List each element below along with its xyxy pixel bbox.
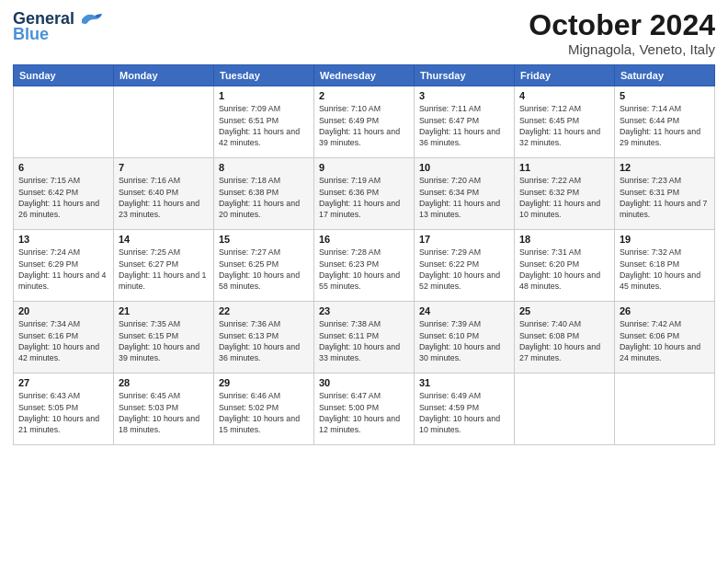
day-detail: Sunrise: 6:43 AM Sunset: 5:05 PM Dayligh… bbox=[18, 390, 108, 435]
col-monday: Monday bbox=[114, 65, 214, 86]
day-detail: Sunrise: 7:12 AM Sunset: 6:45 PM Dayligh… bbox=[519, 103, 609, 148]
day-number: 14 bbox=[119, 234, 209, 245]
day-number: 18 bbox=[519, 234, 609, 245]
day-number: 22 bbox=[219, 305, 309, 316]
day-detail: Sunrise: 7:14 AM Sunset: 6:44 PM Dayligh… bbox=[620, 103, 710, 148]
col-tuesday: Tuesday bbox=[214, 65, 314, 86]
day-cell: 24Sunrise: 7:39 AM Sunset: 6:10 PM Dayli… bbox=[415, 302, 515, 373]
week-row-1: 6Sunrise: 7:15 AM Sunset: 6:42 PM Daylig… bbox=[14, 158, 715, 230]
day-number: 26 bbox=[620, 305, 710, 316]
day-detail: Sunrise: 7:36 AM Sunset: 6:13 PM Dayligh… bbox=[219, 318, 309, 363]
days-of-week-row: Sunday Monday Tuesday Wednesday Thursday… bbox=[14, 65, 715, 86]
day-detail: Sunrise: 7:27 AM Sunset: 6:25 PM Dayligh… bbox=[219, 247, 309, 292]
day-number: 10 bbox=[419, 162, 509, 173]
day-cell: 11Sunrise: 7:22 AM Sunset: 6:32 PM Dayli… bbox=[515, 158, 615, 230]
day-detail: Sunrise: 7:31 AM Sunset: 6:20 PM Dayligh… bbox=[519, 247, 609, 292]
day-number: 23 bbox=[319, 305, 409, 316]
day-number: 9 bbox=[319, 162, 409, 173]
week-row-0: 1Sunrise: 7:09 AM Sunset: 6:51 PM Daylig… bbox=[14, 86, 715, 158]
day-detail: Sunrise: 7:38 AM Sunset: 6:11 PM Dayligh… bbox=[319, 318, 409, 363]
day-number: 15 bbox=[219, 234, 309, 245]
day-number: 8 bbox=[219, 162, 309, 173]
logo-blue-text: Blue bbox=[13, 25, 49, 44]
day-cell bbox=[615, 373, 715, 445]
day-cell: 30Sunrise: 6:47 AM Sunset: 5:00 PM Dayli… bbox=[314, 373, 415, 445]
day-number: 17 bbox=[419, 234, 509, 245]
header: General Blue October 2024 Mignagola, Ven… bbox=[13, 9, 715, 57]
day-detail: Sunrise: 6:45 AM Sunset: 5:03 PM Dayligh… bbox=[119, 390, 209, 435]
day-cell: 4Sunrise: 7:12 AM Sunset: 6:45 PM Daylig… bbox=[515, 86, 615, 158]
day-number: 31 bbox=[419, 377, 509, 388]
day-number: 1 bbox=[219, 90, 309, 101]
day-detail: Sunrise: 6:46 AM Sunset: 5:02 PM Dayligh… bbox=[219, 390, 309, 435]
calendar-body: 1Sunrise: 7:09 AM Sunset: 6:51 PM Daylig… bbox=[14, 86, 715, 445]
day-cell: 13Sunrise: 7:24 AM Sunset: 6:29 PM Dayli… bbox=[14, 230, 114, 302]
day-cell bbox=[14, 86, 114, 158]
day-detail: Sunrise: 7:28 AM Sunset: 6:23 PM Dayligh… bbox=[319, 247, 409, 292]
day-cell: 27Sunrise: 6:43 AM Sunset: 5:05 PM Dayli… bbox=[14, 373, 114, 445]
day-number: 13 bbox=[18, 234, 108, 245]
day-number: 30 bbox=[319, 377, 409, 388]
page: General Blue October 2024 Mignagola, Ven… bbox=[0, 0, 728, 563]
day-cell: 9Sunrise: 7:19 AM Sunset: 6:36 PM Daylig… bbox=[314, 158, 415, 230]
day-cell: 29Sunrise: 6:46 AM Sunset: 5:02 PM Dayli… bbox=[214, 373, 314, 445]
day-detail: Sunrise: 7:29 AM Sunset: 6:22 PM Dayligh… bbox=[419, 247, 509, 292]
day-cell: 15Sunrise: 7:27 AM Sunset: 6:25 PM Dayli… bbox=[214, 230, 314, 302]
logo: General Blue bbox=[13, 9, 104, 44]
logo-bird-icon bbox=[78, 10, 104, 29]
day-detail: Sunrise: 6:47 AM Sunset: 5:00 PM Dayligh… bbox=[319, 390, 409, 435]
col-wednesday: Wednesday bbox=[314, 65, 415, 86]
day-detail: Sunrise: 7:34 AM Sunset: 6:16 PM Dayligh… bbox=[18, 318, 108, 363]
day-cell: 25Sunrise: 7:40 AM Sunset: 6:08 PM Dayli… bbox=[515, 302, 615, 373]
week-row-4: 27Sunrise: 6:43 AM Sunset: 5:05 PM Dayli… bbox=[14, 373, 715, 445]
day-cell: 18Sunrise: 7:31 AM Sunset: 6:20 PM Dayli… bbox=[515, 230, 615, 302]
day-cell: 10Sunrise: 7:20 AM Sunset: 6:34 PM Dayli… bbox=[415, 158, 515, 230]
day-number: 11 bbox=[519, 162, 609, 173]
day-cell: 22Sunrise: 7:36 AM Sunset: 6:13 PM Dayli… bbox=[214, 302, 314, 373]
day-detail: Sunrise: 6:49 AM Sunset: 4:59 PM Dayligh… bbox=[419, 390, 509, 435]
calendar-table: Sunday Monday Tuesday Wednesday Thursday… bbox=[13, 64, 715, 445]
col-thursday: Thursday bbox=[415, 65, 515, 86]
day-number: 27 bbox=[18, 377, 108, 388]
day-number: 29 bbox=[219, 377, 309, 388]
day-number: 5 bbox=[620, 90, 710, 101]
day-cell: 26Sunrise: 7:42 AM Sunset: 6:06 PM Dayli… bbox=[615, 302, 715, 373]
day-cell: 23Sunrise: 7:38 AM Sunset: 6:11 PM Dayli… bbox=[314, 302, 415, 373]
day-detail: Sunrise: 7:15 AM Sunset: 6:42 PM Dayligh… bbox=[18, 175, 108, 220]
day-cell: 5Sunrise: 7:14 AM Sunset: 6:44 PM Daylig… bbox=[615, 86, 715, 158]
day-number: 16 bbox=[319, 234, 409, 245]
day-detail: Sunrise: 7:24 AM Sunset: 6:29 PM Dayligh… bbox=[18, 247, 108, 292]
day-detail: Sunrise: 7:19 AM Sunset: 6:36 PM Dayligh… bbox=[319, 175, 409, 220]
day-number: 7 bbox=[119, 162, 209, 173]
day-detail: Sunrise: 7:35 AM Sunset: 6:15 PM Dayligh… bbox=[119, 318, 209, 363]
day-number: 28 bbox=[119, 377, 209, 388]
day-detail: Sunrise: 7:16 AM Sunset: 6:40 PM Dayligh… bbox=[119, 175, 209, 220]
day-number: 25 bbox=[519, 305, 609, 316]
day-detail: Sunrise: 7:42 AM Sunset: 6:06 PM Dayligh… bbox=[620, 318, 710, 363]
day-cell: 20Sunrise: 7:34 AM Sunset: 6:16 PM Dayli… bbox=[14, 302, 114, 373]
day-detail: Sunrise: 7:32 AM Sunset: 6:18 PM Dayligh… bbox=[620, 247, 710, 292]
day-cell bbox=[114, 86, 214, 158]
day-number: 24 bbox=[419, 305, 509, 316]
day-cell: 8Sunrise: 7:18 AM Sunset: 6:38 PM Daylig… bbox=[214, 158, 314, 230]
col-sunday: Sunday bbox=[14, 65, 114, 86]
day-number: 12 bbox=[620, 162, 710, 173]
day-cell: 21Sunrise: 7:35 AM Sunset: 6:15 PM Dayli… bbox=[114, 302, 214, 373]
day-cell: 1Sunrise: 7:09 AM Sunset: 6:51 PM Daylig… bbox=[214, 86, 314, 158]
day-detail: Sunrise: 7:25 AM Sunset: 6:27 PM Dayligh… bbox=[119, 247, 209, 292]
day-number: 21 bbox=[119, 305, 209, 316]
day-cell: 3Sunrise: 7:11 AM Sunset: 6:47 PM Daylig… bbox=[415, 86, 515, 158]
col-friday: Friday bbox=[515, 65, 615, 86]
day-cell: 28Sunrise: 6:45 AM Sunset: 5:03 PM Dayli… bbox=[114, 373, 214, 445]
day-number: 6 bbox=[18, 162, 108, 173]
day-number: 19 bbox=[620, 234, 710, 245]
day-cell: 14Sunrise: 7:25 AM Sunset: 6:27 PM Dayli… bbox=[114, 230, 214, 302]
day-detail: Sunrise: 7:11 AM Sunset: 6:47 PM Dayligh… bbox=[419, 103, 509, 148]
day-detail: Sunrise: 7:39 AM Sunset: 6:10 PM Dayligh… bbox=[419, 318, 509, 363]
day-cell: 2Sunrise: 7:10 AM Sunset: 6:49 PM Daylig… bbox=[314, 86, 415, 158]
day-number: 3 bbox=[419, 90, 509, 101]
calendar-header: Sunday Monday Tuesday Wednesday Thursday… bbox=[14, 65, 715, 86]
week-row-3: 20Sunrise: 7:34 AM Sunset: 6:16 PM Dayli… bbox=[14, 302, 715, 373]
day-cell: 12Sunrise: 7:23 AM Sunset: 6:31 PM Dayli… bbox=[615, 158, 715, 230]
calendar-title: October 2024 bbox=[529, 9, 715, 41]
